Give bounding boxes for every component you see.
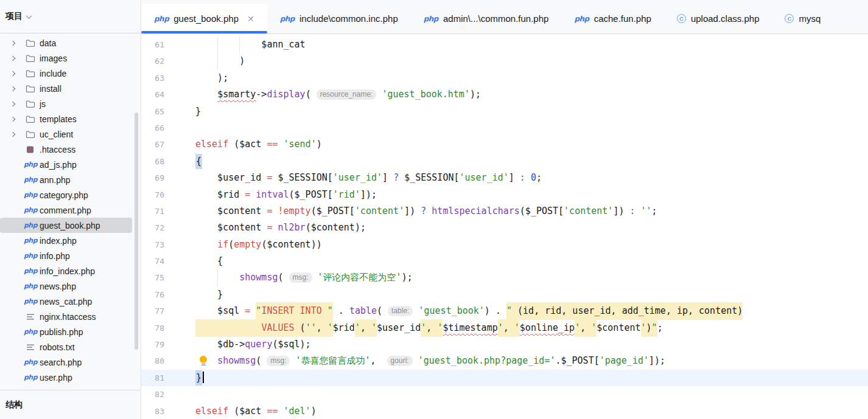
editor-tab-guest-book-php[interactable]: phpguest_book.php✕: [141, 4, 267, 33]
tree-item-info-index-php[interactable]: phpinfo_index.php: [0, 263, 132, 279]
tree-item-robots-txt[interactable]: robots.txt: [0, 339, 132, 355]
php-file-icon: php: [26, 161, 35, 168]
line-number[interactable]: 70: [141, 187, 164, 203]
code-text[interactable]: if(empty($content)): [164, 237, 868, 253]
line-number[interactable]: 76: [141, 286, 164, 303]
chevron-right-icon[interactable]: [11, 87, 26, 91]
line-number[interactable]: 79: [141, 336, 164, 353]
chevron-down-icon[interactable]: [26, 13, 32, 19]
editor-tab-cache-fun-php[interactable]: phpcache.fun.php: [561, 4, 663, 33]
folder-icon: [26, 69, 35, 78]
line-number[interactable]: 68: [141, 153, 164, 170]
structure-panel-title: 结构: [5, 400, 23, 410]
tree-item-guest-book-php[interactable]: phpguest_book.php: [0, 218, 132, 233]
tree-item-templates[interactable]: templates: [0, 111, 132, 126]
code-text[interactable]: }: [164, 286, 868, 303]
line-number[interactable]: 64: [141, 86, 164, 103]
tree-item-ad-js-php[interactable]: phpad_js.php: [0, 157, 132, 172]
editor-tab-include-common-inc-php[interactable]: phpinclude\common.inc.php: [267, 4, 411, 33]
code-text[interactable]: {: [164, 253, 868, 269]
close-icon[interactable]: ✕: [247, 15, 254, 23]
code-line-63: 63 );: [141, 70, 868, 86]
php-file-icon: php: [26, 358, 35, 366]
code-text[interactable]: $db->query($sql);: [164, 336, 868, 353]
code-text[interactable]: }: [164, 370, 868, 386]
code-text[interactable]: elseif ($act == 'del'): [164, 403, 868, 419]
line-number[interactable]: 72: [141, 220, 164, 236]
tree-item-index-php[interactable]: phpindex.php: [0, 233, 132, 248]
line-number[interactable]: 74: [141, 253, 164, 269]
line-number[interactable]: 62: [141, 53, 164, 69]
tree-item-images[interactable]: images: [0, 50, 132, 66]
tab-label: cache.fun.php: [594, 13, 651, 24]
code-text[interactable]: );: [164, 70, 868, 86]
code-text[interactable]: $sql = "INSERT INTO " . table( table: 'g…: [164, 303, 868, 319]
tree-item-uc-client[interactable]: uc_client: [0, 126, 132, 142]
line-number[interactable]: 67: [141, 136, 164, 153]
tree-item-search-php[interactable]: phpsearch.php: [0, 355, 132, 370]
line-number[interactable]: 77: [141, 303, 164, 319]
chevron-right-icon[interactable]: [11, 133, 26, 136]
line-number[interactable]: 73: [141, 237, 164, 253]
code-text[interactable]: $content = !empty($_POST['content']) ? h…: [164, 203, 868, 220]
code-text[interactable]: showmsg( msg: '恭喜您留言成功', gourl: 'guest_b…: [164, 353, 868, 369]
tree-item-install[interactable]: install: [0, 81, 132, 96]
line-number[interactable]: 71: [141, 203, 164, 220]
code-line-66: 66: [141, 120, 868, 136]
editor-tab-upload-class-php[interactable]: Cupload.class.php: [664, 4, 772, 33]
code-text[interactable]: VALUES ('', '$rid', '$user_id', '$timest…: [164, 320, 868, 336]
code-text[interactable]: showmsg( msg: '评论内容不能为空');: [164, 269, 868, 286]
tree-item-info-php[interactable]: phpinfo.php: [0, 248, 132, 263]
code-text[interactable]: $smarty->display( resource_name: 'guest_…: [164, 86, 868, 103]
tree-scrollbar[interactable]: [135, 113, 138, 350]
editor-tab-mysq[interactable]: Cmysq: [772, 4, 833, 33]
tree-item-data[interactable]: data: [0, 35, 132, 50]
chevron-right-icon[interactable]: [11, 57, 26, 60]
chevron-right-icon[interactable]: [11, 72, 26, 75]
line-number[interactable]: 78: [141, 320, 164, 336]
tree-item-ann-php[interactable]: phpann.php: [0, 172, 132, 187]
php-file-icon: php: [26, 328, 35, 336]
tree-item-news-php[interactable]: phpnews.php: [0, 279, 132, 294]
tree-item-htaccess[interactable]: .htaccess: [0, 142, 132, 157]
editor-tab-admin-common-fun-php[interactable]: phpadmin\...\common.fun.php: [411, 4, 562, 33]
tree-item-nginx-htaccess[interactable]: nginx.htaccess: [0, 309, 132, 324]
code-text[interactable]: [164, 386, 868, 403]
chevron-right-icon[interactable]: [11, 41, 26, 45]
structure-panel-header[interactable]: 结构: [0, 390, 141, 419]
chevron-right-icon[interactable]: [11, 117, 26, 121]
code-text[interactable]: [164, 120, 868, 136]
tree-item-include[interactable]: include: [0, 66, 132, 81]
chevron-right-icon[interactable]: [11, 102, 26, 106]
line-number[interactable]: 63: [141, 70, 164, 86]
code-text[interactable]: ): [164, 53, 868, 69]
tree-item-user-php[interactable]: phpuser.php: [0, 370, 132, 385]
code-text[interactable]: $user_id = $_SESSION['user_id'] ? $_SESS…: [164, 170, 868, 186]
tree-item-js[interactable]: js: [0, 96, 132, 111]
line-number[interactable]: 83: [141, 403, 164, 419]
line-number[interactable]: 65: [141, 103, 164, 120]
code-text[interactable]: $content = nl2br($content);: [164, 220, 868, 236]
tree-item-category-php[interactable]: phpcategory.php: [0, 187, 132, 203]
tab-label: mysq: [799, 13, 821, 24]
line-number[interactable]: 66: [141, 120, 164, 136]
code-text[interactable]: {: [164, 153, 868, 170]
project-panel-header[interactable]: 项目: [0, 0, 141, 33]
line-number[interactable]: 61: [141, 36, 164, 53]
code-editor[interactable]: 61 $ann_cat62 )63 );64 $smarty->display(…: [141, 34, 868, 419]
line-number[interactable]: 75: [141, 269, 164, 286]
code-text[interactable]: $ann_cat: [164, 36, 868, 53]
code-text[interactable]: $rid = intval($_POST['rid']);: [164, 187, 868, 203]
tree-item-publish-php[interactable]: phppublish.php: [0, 324, 132, 339]
line-number[interactable]: 82: [141, 386, 164, 403]
tree-item-news-cat-php[interactable]: phpnews_cat.php: [0, 294, 132, 309]
line-number[interactable]: 80: [141, 353, 164, 369]
line-number[interactable]: 69: [141, 170, 164, 186]
code-line-68: 68{: [141, 153, 868, 170]
code-text[interactable]: elseif ($act == 'send'): [164, 136, 868, 153]
intention-bulb-icon[interactable]: [200, 356, 207, 366]
tree-item-comment-php[interactable]: phpcomment.php: [0, 203, 132, 218]
line-number[interactable]: 81: [141, 370, 164, 386]
code-text[interactable]: }: [164, 103, 868, 120]
code-line-70: 70 $rid = intval($_POST['rid']);: [141, 187, 868, 203]
